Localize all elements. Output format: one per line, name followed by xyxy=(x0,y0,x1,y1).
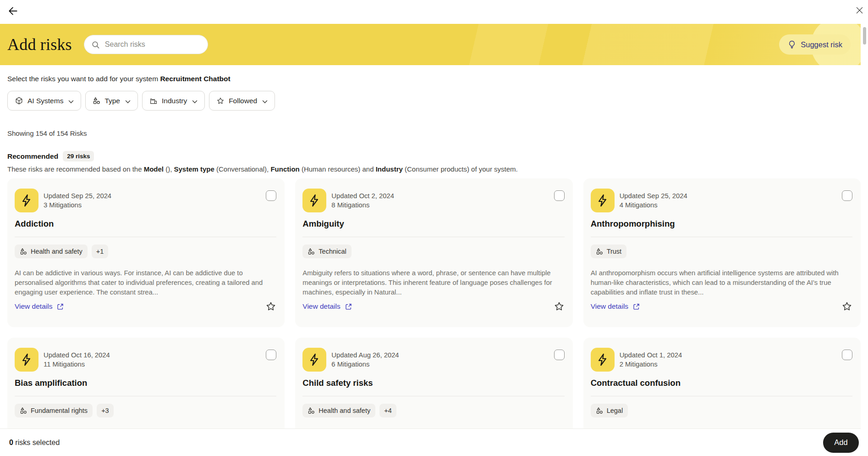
risk-card: Updated Sep 25, 2024 4 Mitigations Anthr… xyxy=(583,178,861,327)
page-title: Add risks xyxy=(7,35,72,54)
card-header: Updated Sep 25, 2024 3 Mitigations xyxy=(15,189,276,212)
chevron-down-icon xyxy=(192,97,198,106)
filter-bar: AI Systems Type Industry xyxy=(7,91,861,111)
favorite-star-icon[interactable] xyxy=(841,301,852,312)
tag-chip: Health and safety xyxy=(15,245,88,258)
filter-label: Followed xyxy=(229,97,257,105)
tag-chip: Fundamental rights xyxy=(15,404,93,417)
risk-checkbox[interactable] xyxy=(554,190,565,201)
scrollbar-track[interactable] xyxy=(861,24,868,456)
card-meta: Updated Sep 25, 2024 4 Mitigations xyxy=(620,189,687,212)
risk-title: Child safety risks xyxy=(302,378,564,388)
filter-label: AI Systems xyxy=(27,97,63,105)
chevron-down-icon xyxy=(125,97,131,106)
external-link-icon xyxy=(632,302,641,311)
mitigations-count: 4 Mitigations xyxy=(620,201,687,209)
cube-icon xyxy=(15,96,23,105)
card-meta: Updated Oct 1, 2024 2 Mitigations xyxy=(620,348,682,372)
card-footer: View details xyxy=(15,301,276,312)
risk-title: Ambiguity xyxy=(302,219,564,229)
card-header: Updated Oct 1, 2024 2 Mitigations xyxy=(591,348,852,372)
star-icon xyxy=(216,97,225,105)
card-header: Updated Aug 26, 2024 6 Mitigations xyxy=(302,348,564,372)
risk-description: Ambiguity refers to situations where a w… xyxy=(302,268,564,297)
view-details-label: View details xyxy=(591,302,628,311)
search-box[interactable] xyxy=(84,35,208,54)
filter-label: Type xyxy=(104,97,120,105)
scrollbar-thumb[interactable] xyxy=(863,27,866,44)
risk-title: Bias amplification xyxy=(15,378,276,388)
view-details-label: View details xyxy=(302,302,340,311)
risk-checkbox[interactable] xyxy=(266,190,276,201)
section-title: Recommended xyxy=(7,152,58,161)
tag-list: Trust xyxy=(591,245,852,258)
card-header: Updated Oct 16, 2024 11 Mitigations xyxy=(15,348,276,372)
tag-chip: Health and safety xyxy=(302,404,375,417)
card-header: Updated Oct 2, 2024 8 Mitigations xyxy=(302,189,564,212)
updated-date: Updated Oct 1, 2024 xyxy=(620,351,682,359)
tag-list: Technical xyxy=(302,245,564,258)
filter-followed[interactable]: Followed xyxy=(209,91,275,111)
view-details-link[interactable]: View details xyxy=(15,302,65,311)
tag-overflow-chip: +3 xyxy=(97,404,114,417)
risk-title: Contractual confusion xyxy=(591,378,852,388)
mitigations-count: 11 Mitigations xyxy=(44,361,110,368)
card-meta: Updated Oct 16, 2024 11 Mitigations xyxy=(44,348,110,372)
tag-label: Technical xyxy=(319,248,346,255)
tag-overflow-chip: +1 xyxy=(92,245,109,258)
card-divider xyxy=(302,396,564,396)
risk-checkbox[interactable] xyxy=(842,350,852,360)
risk-card-grid: Updated Sep 25, 2024 3 Mitigations Addic… xyxy=(7,178,861,456)
risk-checkbox[interactable] xyxy=(554,350,565,360)
add-risks-modal: Add risks Suggest risk Select the risks … xyxy=(0,0,868,456)
section-count-badge: 29 risks xyxy=(63,151,94,161)
lightning-bolt-icon xyxy=(302,348,326,372)
updated-date: Updated Aug 26, 2024 xyxy=(331,351,399,359)
recommendation-text: These risks are recommended based on the… xyxy=(7,165,861,173)
favorite-star-icon[interactable] xyxy=(554,301,565,312)
external-link-icon xyxy=(344,302,353,311)
shapes-icon xyxy=(20,407,27,414)
tag-label: Fundamental rights xyxy=(31,407,88,414)
hero-header: Add risks Suggest risk xyxy=(0,24,861,65)
favorite-star-icon[interactable] xyxy=(265,301,276,312)
back-button[interactable] xyxy=(5,4,21,19)
suggest-risk-button[interactable]: Suggest risk xyxy=(779,34,851,55)
suggest-risk-label: Suggest risk xyxy=(801,40,842,49)
filter-industry[interactable]: Industry xyxy=(142,91,205,111)
shapes-icon xyxy=(20,248,27,255)
search-input[interactable] xyxy=(104,40,201,49)
card-divider xyxy=(15,396,276,396)
shapes-icon xyxy=(596,407,603,414)
subtitle-text: Select the risks you want to add for you… xyxy=(7,75,160,83)
filter-ai-systems[interactable]: AI Systems xyxy=(7,91,81,111)
tag-chip: Legal xyxy=(591,404,628,417)
card-divider xyxy=(591,237,852,237)
results-summary: Showing 154 of 154 Risks xyxy=(7,129,861,137)
view-details-link[interactable]: View details xyxy=(302,302,352,311)
view-details-label: View details xyxy=(15,302,52,311)
top-bar xyxy=(0,0,868,24)
tag-label: Health and safety xyxy=(319,407,370,414)
selected-label: risks selected xyxy=(13,439,60,446)
risk-checkbox[interactable] xyxy=(266,350,276,360)
lightning-bolt-icon xyxy=(591,189,615,212)
updated-date: Updated Sep 25, 2024 xyxy=(620,192,687,200)
risk-checkbox[interactable] xyxy=(842,190,852,201)
tag-chip: Trust xyxy=(591,245,627,258)
search-icon xyxy=(91,40,100,49)
selected-count-text: 0 risks selected xyxy=(9,439,60,447)
card-meta: Updated Oct 2, 2024 8 Mitigations xyxy=(331,189,394,212)
add-button[interactable]: Add xyxy=(823,433,859,453)
shapes-icon xyxy=(308,407,315,414)
card-divider xyxy=(15,237,276,237)
mitigations-count: 8 Mitigations xyxy=(331,201,394,209)
view-details-link[interactable]: View details xyxy=(591,302,641,311)
mitigations-count: 3 Mitigations xyxy=(44,201,111,209)
section-header: Recommended 29 risks xyxy=(7,151,861,161)
close-button[interactable] xyxy=(852,4,866,18)
card-divider xyxy=(591,396,852,396)
risk-title: Addiction xyxy=(15,219,276,229)
filter-type[interactable]: Type xyxy=(85,91,138,111)
risk-description: AI anthropomorphism occurs when artifici… xyxy=(591,268,852,297)
